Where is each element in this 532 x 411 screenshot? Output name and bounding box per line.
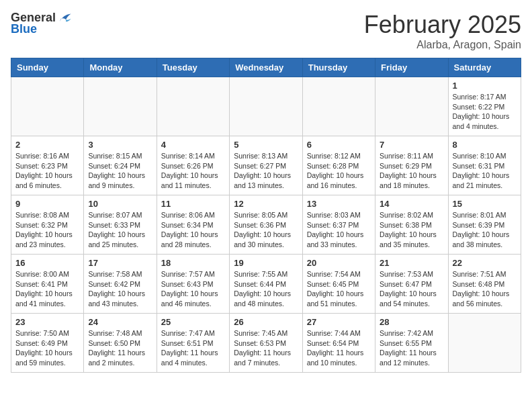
- calendar-cell: 8Sunrise: 8:10 AM Sunset: 6:31 PM Daylig…: [448, 136, 521, 195]
- day-number: 17: [88, 258, 152, 268]
- day-info: Sunrise: 7:53 AM Sunset: 6:47 PM Dayligh…: [380, 269, 443, 309]
- col-header-saturday: Saturday: [448, 58, 521, 77]
- day-info: Sunrise: 7:44 AM Sunset: 6:54 PM Dayligh…: [307, 328, 371, 368]
- day-number: 18: [161, 258, 225, 268]
- calendar-cell: 27Sunrise: 7:44 AM Sunset: 6:54 PM Dayli…: [302, 314, 375, 373]
- calendar-cell: 3Sunrise: 8:15 AM Sunset: 6:24 PM Daylig…: [84, 136, 157, 195]
- day-info: Sunrise: 8:15 AM Sunset: 6:24 PM Dayligh…: [88, 151, 152, 191]
- col-header-friday: Friday: [375, 58, 448, 77]
- day-number: 3: [88, 140, 152, 150]
- day-info: Sunrise: 8:13 AM Sunset: 6:27 PM Dayligh…: [234, 151, 298, 191]
- col-header-tuesday: Tuesday: [157, 58, 229, 77]
- day-info: Sunrise: 7:57 AM Sunset: 6:43 PM Dayligh…: [161, 269, 225, 309]
- calendar-cell: 5Sunrise: 8:13 AM Sunset: 6:27 PM Daylig…: [230, 136, 302, 195]
- calendar-cell: 7Sunrise: 8:11 AM Sunset: 6:29 PM Daylig…: [375, 136, 448, 195]
- day-info: Sunrise: 8:17 AM Sunset: 6:22 PM Dayligh…: [453, 92, 517, 132]
- day-info: Sunrise: 8:07 AM Sunset: 6:33 PM Dayligh…: [88, 210, 152, 250]
- day-info: Sunrise: 8:10 AM Sunset: 6:31 PM Dayligh…: [453, 151, 517, 191]
- calendar-cell: 15Sunrise: 8:01 AM Sunset: 6:39 PM Dayli…: [448, 195, 521, 255]
- day-info: Sunrise: 8:05 AM Sunset: 6:36 PM Dayligh…: [234, 210, 298, 250]
- logo: General Blue: [11, 11, 72, 36]
- day-number: 23: [15, 317, 79, 327]
- day-info: Sunrise: 7:58 AM Sunset: 6:42 PM Dayligh…: [88, 269, 152, 309]
- calendar-cell: 14Sunrise: 8:02 AM Sunset: 6:38 PM Dayli…: [375, 195, 448, 255]
- day-info: Sunrise: 8:06 AM Sunset: 6:34 PM Dayligh…: [161, 210, 225, 250]
- page-header: General Blue February 2025 Alarba, Arago…: [11, 11, 521, 51]
- day-info: Sunrise: 7:51 AM Sunset: 6:48 PM Dayligh…: [453, 269, 517, 309]
- calendar-week-row: 9Sunrise: 8:08 AM Sunset: 6:32 PM Daylig…: [11, 195, 521, 255]
- calendar-cell: 19Sunrise: 7:55 AM Sunset: 6:44 PM Dayli…: [230, 255, 302, 314]
- day-number: 15: [453, 199, 517, 209]
- day-number: 5: [234, 140, 298, 150]
- day-info: Sunrise: 8:16 AM Sunset: 6:23 PM Dayligh…: [15, 151, 79, 191]
- day-number: 8: [453, 140, 517, 150]
- day-number: 14: [380, 199, 443, 209]
- day-number: 28: [380, 317, 443, 327]
- day-number: 27: [307, 317, 371, 327]
- day-info: Sunrise: 7:45 AM Sunset: 6:53 PM Dayligh…: [234, 328, 298, 368]
- calendar-cell: 22Sunrise: 7:51 AM Sunset: 6:48 PM Dayli…: [448, 255, 521, 314]
- calendar-week-row: 23Sunrise: 7:50 AM Sunset: 6:49 PM Dayli…: [11, 314, 521, 373]
- calendar-cell: [84, 77, 157, 136]
- calendar-cell: 25Sunrise: 7:47 AM Sunset: 6:51 PM Dayli…: [157, 314, 229, 373]
- calendar-cell: 21Sunrise: 7:53 AM Sunset: 6:47 PM Dayli…: [375, 255, 448, 314]
- day-number: 6: [307, 140, 371, 150]
- col-header-monday: Monday: [84, 58, 157, 77]
- col-header-wednesday: Wednesday: [230, 58, 302, 77]
- calendar-cell: 28Sunrise: 7:42 AM Sunset: 6:55 PM Dayli…: [375, 314, 448, 373]
- day-number: 25: [161, 317, 225, 327]
- day-info: Sunrise: 7:47 AM Sunset: 6:51 PM Dayligh…: [161, 328, 225, 368]
- calendar-table: SundayMondayTuesdayWednesdayThursdayFrid…: [11, 58, 521, 373]
- day-info: Sunrise: 8:00 AM Sunset: 6:41 PM Dayligh…: [15, 269, 79, 309]
- calendar-cell: [230, 77, 302, 136]
- calendar-cell: [448, 314, 521, 373]
- calendar-cell: 9Sunrise: 8:08 AM Sunset: 6:32 PM Daylig…: [11, 195, 84, 255]
- day-info: Sunrise: 8:01 AM Sunset: 6:39 PM Dayligh…: [453, 210, 517, 250]
- calendar-cell: 4Sunrise: 8:14 AM Sunset: 6:26 PM Daylig…: [157, 136, 229, 195]
- calendar-header-row: SundayMondayTuesdayWednesdayThursdayFrid…: [11, 58, 521, 77]
- calendar-cell: [157, 77, 229, 136]
- day-info: Sunrise: 8:03 AM Sunset: 6:37 PM Dayligh…: [307, 210, 371, 250]
- calendar-cell: [11, 77, 84, 136]
- day-info: Sunrise: 8:02 AM Sunset: 6:38 PM Dayligh…: [380, 210, 443, 250]
- day-number: 26: [234, 317, 298, 327]
- day-number: 16: [15, 258, 79, 268]
- day-info: Sunrise: 8:08 AM Sunset: 6:32 PM Dayligh…: [15, 210, 79, 250]
- calendar-week-row: 2Sunrise: 8:16 AM Sunset: 6:23 PM Daylig…: [11, 136, 521, 195]
- calendar-cell: 23Sunrise: 7:50 AM Sunset: 6:49 PM Dayli…: [11, 314, 84, 373]
- calendar-cell: 16Sunrise: 8:00 AM Sunset: 6:41 PM Dayli…: [11, 255, 84, 314]
- day-number: 24: [88, 317, 152, 327]
- col-header-sunday: Sunday: [11, 58, 84, 77]
- location-subtitle: Alarba, Aragon, Spain: [364, 39, 521, 51]
- day-number: 4: [161, 140, 225, 150]
- calendar-cell: 17Sunrise: 7:58 AM Sunset: 6:42 PM Dayli…: [84, 255, 157, 314]
- calendar-week-row: 16Sunrise: 8:00 AM Sunset: 6:41 PM Dayli…: [11, 255, 521, 314]
- calendar-cell: 26Sunrise: 7:45 AM Sunset: 6:53 PM Dayli…: [230, 314, 302, 373]
- day-number: 12: [234, 199, 298, 209]
- day-number: 11: [161, 199, 225, 209]
- calendar-cell: 2Sunrise: 8:16 AM Sunset: 6:23 PM Daylig…: [11, 136, 84, 195]
- day-info: Sunrise: 7:50 AM Sunset: 6:49 PM Dayligh…: [15, 328, 79, 368]
- day-info: Sunrise: 7:54 AM Sunset: 6:45 PM Dayligh…: [307, 269, 371, 309]
- day-number: 22: [453, 258, 517, 268]
- calendar-week-row: 1Sunrise: 8:17 AM Sunset: 6:22 PM Daylig…: [11, 77, 521, 136]
- calendar-cell: [302, 77, 375, 136]
- logo-bird-icon: [57, 11, 72, 26]
- calendar-cell: 13Sunrise: 8:03 AM Sunset: 6:37 PM Dayli…: [302, 195, 375, 255]
- day-number: 7: [380, 140, 443, 150]
- day-number: 2: [15, 140, 79, 150]
- calendar-cell: 1Sunrise: 8:17 AM Sunset: 6:22 PM Daylig…: [448, 77, 521, 136]
- day-info: Sunrise: 7:48 AM Sunset: 6:50 PM Dayligh…: [88, 328, 152, 368]
- day-number: 21: [380, 258, 443, 268]
- day-number: 10: [88, 199, 152, 209]
- calendar-cell: 6Sunrise: 8:12 AM Sunset: 6:28 PM Daylig…: [302, 136, 375, 195]
- day-info: Sunrise: 8:11 AM Sunset: 6:29 PM Dayligh…: [380, 151, 443, 191]
- day-info: Sunrise: 7:55 AM Sunset: 6:44 PM Dayligh…: [234, 269, 298, 309]
- day-info: Sunrise: 8:12 AM Sunset: 6:28 PM Dayligh…: [307, 151, 371, 191]
- day-number: 13: [307, 199, 371, 209]
- calendar-cell: 18Sunrise: 7:57 AM Sunset: 6:43 PM Dayli…: [157, 255, 229, 314]
- col-header-thursday: Thursday: [302, 58, 375, 77]
- calendar-cell: 20Sunrise: 7:54 AM Sunset: 6:45 PM Dayli…: [302, 255, 375, 314]
- calendar-cell: 10Sunrise: 8:07 AM Sunset: 6:33 PM Dayli…: [84, 195, 157, 255]
- day-info: Sunrise: 8:14 AM Sunset: 6:26 PM Dayligh…: [161, 151, 225, 191]
